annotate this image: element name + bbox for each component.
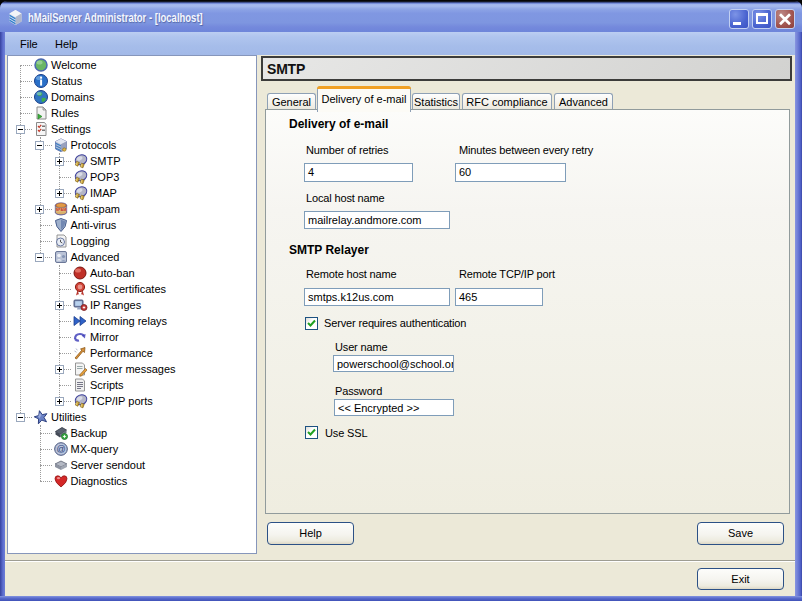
svg-text:@: @ <box>56 444 65 454</box>
svg-text:SPAM: SPAM <box>55 208 66 212</box>
